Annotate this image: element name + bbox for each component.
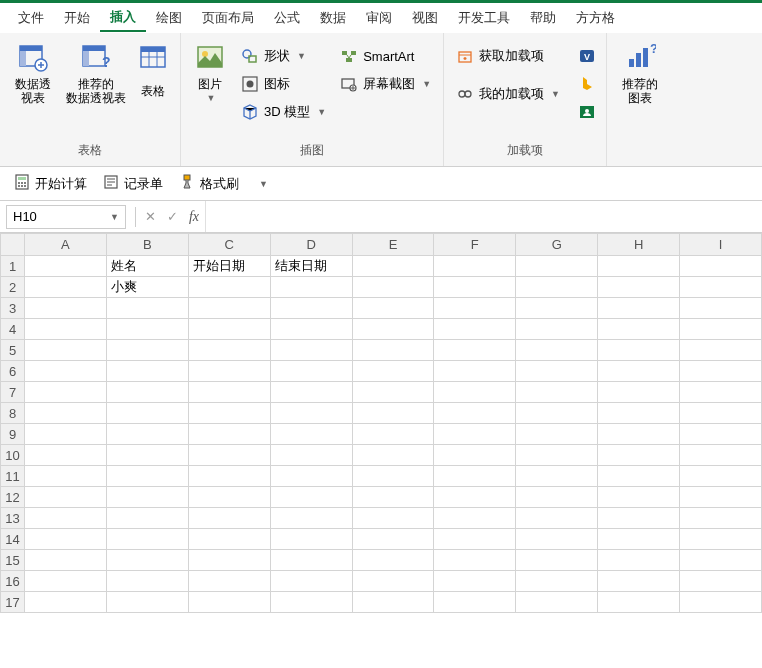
cell-E7[interactable] bbox=[352, 382, 434, 403]
cell-D7[interactable] bbox=[270, 382, 352, 403]
cell-F16[interactable] bbox=[434, 571, 516, 592]
cell-H2[interactable] bbox=[598, 277, 680, 298]
smartart-button[interactable]: SmartArt bbox=[334, 43, 437, 69]
cell-A4[interactable] bbox=[24, 319, 106, 340]
cell-C16[interactable] bbox=[188, 571, 270, 592]
cell-C6[interactable] bbox=[188, 361, 270, 382]
cell-B12[interactable] bbox=[106, 487, 188, 508]
cell-E10[interactable] bbox=[352, 445, 434, 466]
cell-F14[interactable] bbox=[434, 529, 516, 550]
col-header-H[interactable]: H bbox=[598, 234, 680, 256]
cell-D12[interactable] bbox=[270, 487, 352, 508]
cell-F6[interactable] bbox=[434, 361, 516, 382]
cell-H3[interactable] bbox=[598, 298, 680, 319]
cell-D14[interactable] bbox=[270, 529, 352, 550]
cell-A3[interactable] bbox=[24, 298, 106, 319]
cell-C17[interactable] bbox=[188, 592, 270, 613]
format-painter-button[interactable]: 格式刷 bbox=[173, 171, 245, 196]
insert-function-button[interactable]: fx bbox=[183, 206, 205, 228]
row-header-8[interactable]: 8 bbox=[1, 403, 25, 424]
cell-A15[interactable] bbox=[24, 550, 106, 571]
cell-G13[interactable] bbox=[516, 508, 598, 529]
table-button[interactable]: 表格 bbox=[132, 37, 174, 109]
cell-G17[interactable] bbox=[516, 592, 598, 613]
cell-B7[interactable] bbox=[106, 382, 188, 403]
cell-F9[interactable] bbox=[434, 424, 516, 445]
cell-H7[interactable] bbox=[598, 382, 680, 403]
cell-E11[interactable] bbox=[352, 466, 434, 487]
col-header-I[interactable]: I bbox=[680, 234, 762, 256]
cell-F11[interactable] bbox=[434, 466, 516, 487]
cell-F7[interactable] bbox=[434, 382, 516, 403]
cell-F17[interactable] bbox=[434, 592, 516, 613]
cell-D16[interactable] bbox=[270, 571, 352, 592]
cell-B1[interactable]: 姓名 bbox=[106, 256, 188, 277]
cell-D10[interactable] bbox=[270, 445, 352, 466]
cell-I8[interactable] bbox=[680, 403, 762, 424]
cell-H15[interactable] bbox=[598, 550, 680, 571]
cell-B11[interactable] bbox=[106, 466, 188, 487]
cell-G3[interactable] bbox=[516, 298, 598, 319]
cell-G5[interactable] bbox=[516, 340, 598, 361]
cell-C15[interactable] bbox=[188, 550, 270, 571]
cell-G12[interactable] bbox=[516, 487, 598, 508]
row-header-13[interactable]: 13 bbox=[1, 508, 25, 529]
cell-C4[interactable] bbox=[188, 319, 270, 340]
cell-I15[interactable] bbox=[680, 550, 762, 571]
cell-F5[interactable] bbox=[434, 340, 516, 361]
cell-C7[interactable] bbox=[188, 382, 270, 403]
cell-I12[interactable] bbox=[680, 487, 762, 508]
spreadsheet-grid[interactable]: ABCDEFGHI1姓名开始日期结束日期2小爽34567891011121314… bbox=[0, 233, 762, 668]
cell-G14[interactable] bbox=[516, 529, 598, 550]
cell-I1[interactable] bbox=[680, 256, 762, 277]
tab-绘图[interactable]: 绘图 bbox=[146, 5, 192, 31]
cell-A13[interactable] bbox=[24, 508, 106, 529]
cell-H4[interactable] bbox=[598, 319, 680, 340]
cell-A10[interactable] bbox=[24, 445, 106, 466]
tab-帮助[interactable]: 帮助 bbox=[520, 5, 566, 31]
row-header-11[interactable]: 11 bbox=[1, 466, 25, 487]
cell-E9[interactable] bbox=[352, 424, 434, 445]
col-header-B[interactable]: B bbox=[106, 234, 188, 256]
row-header-7[interactable]: 7 bbox=[1, 382, 25, 403]
cell-H9[interactable] bbox=[598, 424, 680, 445]
cell-D1[interactable]: 结束日期 bbox=[270, 256, 352, 277]
cell-H17[interactable] bbox=[598, 592, 680, 613]
row-header-6[interactable]: 6 bbox=[1, 361, 25, 382]
cell-D5[interactable] bbox=[270, 340, 352, 361]
pivot-table-button[interactable]: 数据透视表 bbox=[6, 37, 60, 109]
cancel-formula-button[interactable]: ✕ bbox=[139, 206, 161, 228]
cell-C3[interactable] bbox=[188, 298, 270, 319]
cell-A12[interactable] bbox=[24, 487, 106, 508]
cell-B13[interactable] bbox=[106, 508, 188, 529]
cell-H11[interactable] bbox=[598, 466, 680, 487]
row-header-1[interactable]: 1 bbox=[1, 256, 25, 277]
cell-C13[interactable] bbox=[188, 508, 270, 529]
tab-公式[interactable]: 公式 bbox=[264, 5, 310, 31]
cell-F1[interactable] bbox=[434, 256, 516, 277]
cell-E4[interactable] bbox=[352, 319, 434, 340]
cell-E17[interactable] bbox=[352, 592, 434, 613]
cell-B14[interactable] bbox=[106, 529, 188, 550]
cell-I16[interactable] bbox=[680, 571, 762, 592]
cell-C1[interactable]: 开始日期 bbox=[188, 256, 270, 277]
people-addin-button[interactable] bbox=[574, 99, 600, 125]
cell-D8[interactable] bbox=[270, 403, 352, 424]
col-header-C[interactable]: C bbox=[188, 234, 270, 256]
cell-H10[interactable] bbox=[598, 445, 680, 466]
cell-G2[interactable] bbox=[516, 277, 598, 298]
cell-B16[interactable] bbox=[106, 571, 188, 592]
bing-addin-button[interactable] bbox=[574, 71, 600, 97]
cell-F15[interactable] bbox=[434, 550, 516, 571]
cell-D3[interactable] bbox=[270, 298, 352, 319]
record-form-button[interactable]: 记录单 bbox=[97, 171, 169, 196]
cell-F4[interactable] bbox=[434, 319, 516, 340]
my-addins-button[interactable]: 我的加载项▼ bbox=[450, 81, 566, 107]
cell-H12[interactable] bbox=[598, 487, 680, 508]
cell-D6[interactable] bbox=[270, 361, 352, 382]
cell-E3[interactable] bbox=[352, 298, 434, 319]
cell-F10[interactable] bbox=[434, 445, 516, 466]
row-header-2[interactable]: 2 bbox=[1, 277, 25, 298]
tab-视图[interactable]: 视图 bbox=[402, 5, 448, 31]
cell-D9[interactable] bbox=[270, 424, 352, 445]
